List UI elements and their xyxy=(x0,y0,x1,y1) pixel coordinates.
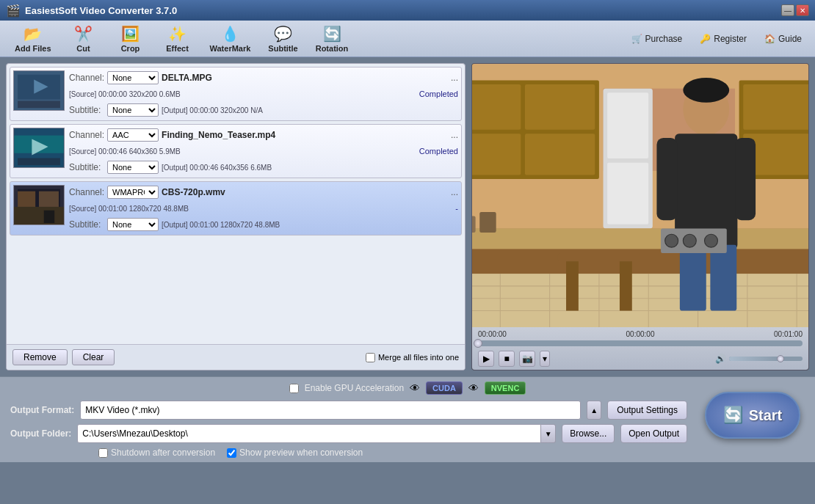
file-menu-dots[interactable]: ... xyxy=(451,73,458,83)
gpu-checkbox[interactable] xyxy=(289,384,299,393)
rotation-button[interactable]: 🔄 Rotation xyxy=(308,23,356,54)
remove-button[interactable]: Remove xyxy=(12,349,68,365)
browse-button[interactable]: Browse... xyxy=(562,424,615,443)
cut-label: Cut xyxy=(76,44,90,53)
svg-point-42 xyxy=(683,78,729,103)
subtitle-select[interactable]: None xyxy=(107,218,159,231)
add-files-label: Add Files xyxy=(15,44,51,53)
file-source-meta: [Source] 00:01:00 1280x720 48.8MB xyxy=(69,205,404,213)
purchase-icon: 🛒 xyxy=(631,34,642,44)
screenshot-button[interactable]: 📷 xyxy=(519,351,535,367)
cut-icon: ✂️ xyxy=(74,25,93,43)
format-input[interactable] xyxy=(80,401,581,420)
cuda-badge: CUDA xyxy=(426,381,463,395)
minimize-button[interactable]: — xyxy=(781,4,794,16)
start-button[interactable]: 🔄 Start xyxy=(705,392,800,439)
channel-select[interactable]: NoneAACWMAPRO xyxy=(107,71,159,84)
svg-rect-11 xyxy=(18,191,35,207)
register-icon: 🔑 xyxy=(700,34,711,44)
svg-point-52 xyxy=(665,234,678,247)
svg-rect-50 xyxy=(620,261,632,310)
file-thumbnail xyxy=(13,185,65,225)
file-info: Channel: WMAPRONoneAAC CBS-720p.wmv ... … xyxy=(69,185,458,232)
subtitle-label: Subtitle: xyxy=(69,105,104,115)
format-dropdown[interactable]: ▲ xyxy=(587,401,601,420)
format-label: Output Format: xyxy=(10,405,74,415)
file-list: Channel: NoneAACWMAPRO DELTA.MPG ... [So… xyxy=(7,64,465,344)
watermark-button[interactable]: 💧 WaterMark xyxy=(203,23,258,54)
shutdown-checkbox-label[interactable]: Shutdown after conversion xyxy=(98,448,215,458)
gpu-label[interactable]: Enable GPU Acceleration xyxy=(305,383,404,393)
svg-rect-44 xyxy=(656,138,677,220)
shutdown-checkbox[interactable] xyxy=(98,448,108,458)
add-files-icon: 📂 xyxy=(23,25,42,43)
svg-rect-7 xyxy=(18,158,60,165)
file-status: Completed xyxy=(407,90,458,98)
svg-rect-18 xyxy=(525,84,595,130)
channel-select[interactable]: AACNoneWMAPRO xyxy=(107,128,159,142)
time-end: 00:01:00 xyxy=(774,330,803,338)
file-menu-dots[interactable]: ... xyxy=(451,130,458,140)
time-start: 00:00:00 xyxy=(478,330,507,338)
register-button[interactable]: 🔑 Register xyxy=(694,31,753,47)
stop-button[interactable]: ■ xyxy=(499,351,515,367)
folder-dropdown[interactable]: ▼ xyxy=(541,424,556,443)
purchase-button[interactable]: 🛒 Purchase xyxy=(626,31,689,47)
volume-area: 🔊 xyxy=(715,354,803,364)
file-name: CBS-720p.wmv xyxy=(162,187,448,197)
close-button[interactable]: ✕ xyxy=(796,4,809,16)
file-item[interactable]: Channel: AACNoneWMAPRO Finding_Nemo_Teas… xyxy=(10,124,462,178)
add-files-button[interactable]: 📂 Add Files xyxy=(7,23,59,54)
subtitle-label: Subtitle: xyxy=(69,162,104,172)
folder-input[interactable] xyxy=(77,424,541,443)
progress-thumb xyxy=(474,339,482,348)
file-status: Completed xyxy=(407,147,458,156)
effect-button[interactable]: ✨ Effect xyxy=(156,23,200,54)
play-button[interactable]: ▶ xyxy=(478,351,494,367)
preview-checkbox[interactable] xyxy=(227,448,236,458)
subtitle-button[interactable]: 💬 Subtitle xyxy=(261,23,305,54)
watermark-label: WaterMark xyxy=(210,44,251,53)
svg-rect-13 xyxy=(44,211,54,223)
volume-track[interactable] xyxy=(729,357,803,361)
volume-thumb xyxy=(777,355,784,362)
start-button-area: 🔄 Start xyxy=(705,392,800,439)
output-settings-button[interactable]: Output Settings xyxy=(607,401,687,420)
crop-button[interactable]: 🖼️ Crop xyxy=(109,23,153,54)
subtitle-label: Subtitle: xyxy=(69,219,104,230)
nvenc-badge: NVENC xyxy=(485,381,526,395)
rotation-label: Rotation xyxy=(316,44,349,53)
open-output-button[interactable]: Open Output xyxy=(620,424,687,443)
subtitle-select[interactable]: None xyxy=(107,161,159,174)
clear-button[interactable]: Clear xyxy=(72,349,115,365)
crop-label: Crop xyxy=(121,44,140,53)
subtitle-icon: 💬 xyxy=(274,25,292,43)
start-icon: 🔄 xyxy=(723,406,743,425)
channel-select[interactable]: WMAPRONoneAAC xyxy=(107,186,159,199)
file-thumbnail xyxy=(13,128,65,168)
control-row: ▶ ■ 📷 ▾ 🔊 xyxy=(478,351,803,367)
camera-dropdown[interactable]: ▾ xyxy=(540,351,550,367)
svg-point-53 xyxy=(683,234,696,247)
svg-rect-12 xyxy=(39,191,59,207)
progress-track[interactable] xyxy=(478,340,803,346)
file-item[interactable]: Channel: NoneAACWMAPRO DELTA.MPG ... [So… xyxy=(10,67,462,121)
toolbar: 📂 Add Files ✂️ Cut 🖼️ Crop ✨ Effect 💧 Wa… xyxy=(0,21,815,57)
cut-button[interactable]: ✂️ Cut xyxy=(62,23,106,54)
file-thumbnail xyxy=(13,70,65,111)
gpu-eye-icon: 👁 xyxy=(410,382,420,394)
merge-checkbox[interactable] xyxy=(366,353,375,362)
file-menu-dots[interactable]: ... xyxy=(451,187,458,197)
channel-label: Channel: xyxy=(69,187,104,197)
gpu-row: Enable GPU Acceleration 👁 CUDA 👁 NVENC xyxy=(10,381,805,395)
svg-rect-46 xyxy=(680,245,706,311)
subtitle-select[interactable]: None xyxy=(107,103,159,117)
svg-rect-27 xyxy=(607,163,648,224)
file-info: Channel: NoneAACWMAPRO DELTA.MPG ... [So… xyxy=(69,70,458,117)
merge-label[interactable]: Merge all files into one xyxy=(378,353,459,362)
preview-checkbox-label[interactable]: Show preview when conversion xyxy=(227,448,363,458)
svg-rect-22 xyxy=(743,84,808,130)
guide-button[interactable]: 🏠 Guide xyxy=(758,31,808,47)
file-item[interactable]: Channel: WMAPRONoneAAC CBS-720p.wmv ... … xyxy=(10,181,462,235)
file-output-meta: [Output] 00:01:00 1280x720 48.8MB xyxy=(162,221,458,229)
